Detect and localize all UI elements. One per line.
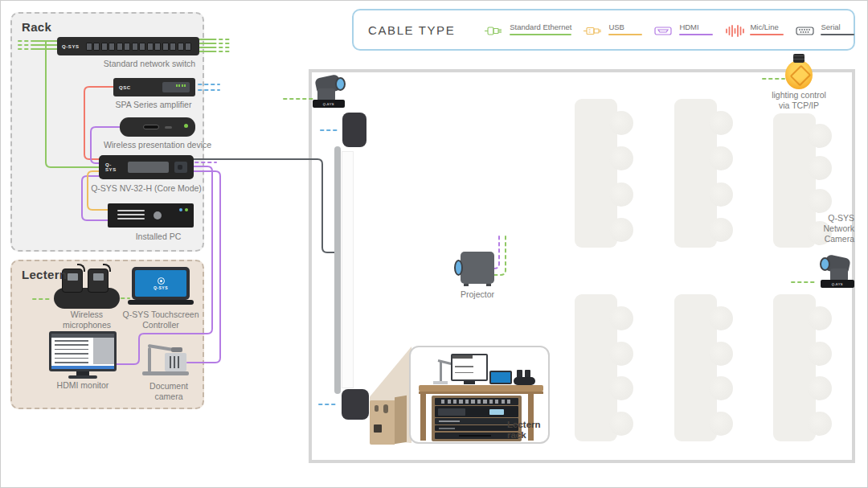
pc-label: Installed PC — [92, 232, 224, 242]
amplifier-device: QSC — [113, 78, 195, 96]
chair — [709, 182, 733, 207]
projection-screen — [334, 146, 341, 394]
amp-label: SPA Series amplifier — [88, 100, 219, 110]
system-diagram-canvas: CABLE TYPE Standard Ethernet USB — [0, 0, 868, 488]
mini-desk — [419, 385, 543, 392]
lectern-zone-title: Lectern — [22, 268, 67, 281]
legend-item-mic-line: Mic/Line — [724, 23, 784, 38]
serial-connector-icon — [795, 24, 816, 38]
doccam-base — [142, 371, 189, 375]
projection-screen-sheet — [342, 151, 354, 388]
legend-item-serial: Serial — [795, 23, 854, 38]
legend-item-hdmi: HDMI — [653, 23, 713, 38]
bulb-cap — [793, 54, 805, 63]
chair — [808, 189, 832, 213]
core-front-button — [174, 162, 187, 173]
mic-line-waveform-icon — [724, 24, 745, 38]
touchscreen-label: Q-SYS Touchscreen Controller — [113, 310, 209, 330]
chair — [808, 342, 832, 366]
chair — [609, 342, 633, 366]
wpd-label: Wireless presentation device — [92, 140, 223, 150]
legend-swatch-hdmi — [679, 34, 713, 36]
chair — [609, 182, 633, 207]
chair — [609, 146, 633, 170]
cable-ethernet-stub-right — [213, 39, 231, 51]
core-front-screen — [128, 162, 169, 173]
qsys-logo-icon — [158, 277, 165, 285]
chair — [609, 218, 633, 242]
classroom-table — [575, 294, 617, 441]
chair — [609, 111, 633, 135]
projector-device — [461, 252, 494, 284]
camera-base: Q-SYS — [821, 280, 854, 288]
doccam-head — [171, 347, 182, 352]
touchscreen-display: Q-SYS — [135, 270, 186, 297]
wireless-mic — [88, 269, 108, 293]
classroom-table — [575, 99, 617, 248]
chair — [808, 306, 832, 330]
mini-monitor — [451, 354, 488, 381]
chair — [709, 146, 733, 170]
doccam-label: Document camera — [137, 381, 201, 402]
legend-swatch-serial — [821, 34, 854, 36]
rack-zone-title: Rack — [22, 20, 51, 34]
doccam-post — [148, 347, 151, 372]
switch-brand-logo: Q-SYS — [62, 44, 80, 49]
camera-lens-icon — [335, 77, 346, 91]
wpd-hdmi-slot — [143, 125, 159, 129]
network-switch-device: Q-SYS — [57, 37, 199, 55]
network-camera-label: Q-SYS Network Camera — [795, 213, 854, 244]
mini-touchscreen — [489, 371, 512, 384]
camera-lens-icon — [820, 257, 830, 271]
core-processor-device: Q-SYS — [99, 155, 194, 179]
classroom-table — [674, 294, 717, 441]
touchscreen-brand: Q-SYS — [154, 285, 168, 290]
wpd-detail — [165, 126, 172, 129]
chair — [709, 306, 733, 330]
legend-label-usb: USB — [608, 23, 642, 31]
amp-display — [162, 82, 190, 92]
switch-label: Standard network switch — [84, 59, 215, 69]
hdmi-connector-icon — [653, 24, 674, 38]
podium-speaker-grille — [374, 424, 382, 433]
projector-label: Projector — [445, 289, 510, 300]
wall-speaker-top — [342, 113, 366, 147]
projector-lens-icon — [454, 260, 463, 276]
core-label: Q-SYS NV-32-H (Core Mode) — [80, 183, 212, 194]
usb-connector-icon — [583, 24, 604, 38]
chair — [609, 306, 633, 330]
legend-swatch-ethernet — [510, 34, 571, 36]
ptz-camera-rear: Q-SYS — [817, 255, 854, 292]
chair — [709, 342, 733, 366]
legend-label-ethernet: Standard Ethernet — [510, 23, 571, 31]
ethernet-connector-icon — [484, 24, 505, 38]
classroom-table — [773, 294, 816, 441]
monitor-label: HDMI monitor — [35, 380, 131, 391]
camera-base: Q-SYS — [313, 100, 345, 108]
legend-swatch-usb — [608, 34, 642, 36]
legend-label-serial: Serial — [821, 23, 854, 31]
light-bulb-icon — [785, 60, 813, 89]
wall-speaker-bottom — [342, 389, 369, 420]
hdmi-monitor-device — [49, 331, 117, 371]
legend-label-hdmi: HDMI — [679, 23, 713, 31]
legend-swatch-mic-line — [750, 34, 784, 36]
chair — [709, 218, 733, 242]
doccam-document — [165, 353, 186, 371]
monitor-foot — [68, 375, 97, 379]
switch-ports — [86, 43, 192, 51]
core-brand-logo: Q-SYS — [105, 162, 122, 172]
legend-item-usb: USB — [583, 23, 642, 38]
lectern-podium — [370, 394, 407, 445]
installed-pc-device — [108, 203, 194, 228]
chair — [709, 111, 733, 135]
lighting-control-label: lighting control via TCP/IP — [760, 90, 837, 111]
amp-brand-logo: QSC — [119, 85, 131, 90]
mini-mic-base — [514, 377, 535, 385]
legend-item-ethernet: Standard Ethernet — [484, 23, 571, 38]
monitor-document-lines — [55, 340, 88, 364]
touchscreen-controller-device: Q-SYS — [132, 267, 190, 300]
wireless-presentation-device — [120, 117, 195, 137]
touchscreen-base — [128, 300, 194, 305]
pc-led-blue — [179, 208, 182, 211]
